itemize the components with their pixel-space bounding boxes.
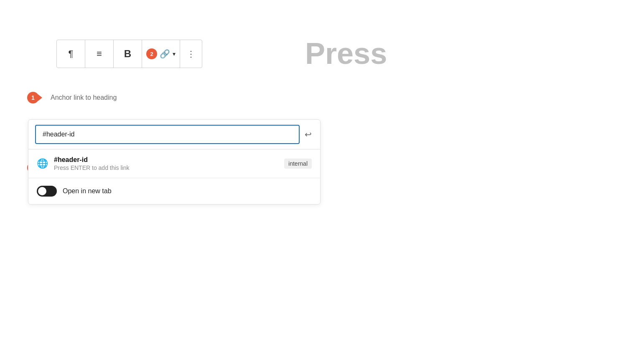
more-icon: ⋮ [187, 49, 196, 59]
new-tab-toggle[interactable] [37, 186, 57, 197]
toolbar: ¶ ≡ B 2 🔗 ▾ ⋮ [56, 40, 202, 68]
page-container: ¶ ≡ B 2 🔗 ▾ ⋮ Press 1 Anchor link to hea… [0, 0, 644, 346]
url-input[interactable] [35, 125, 300, 144]
link-badge: 2 [146, 48, 157, 59]
suggestion-title: #header-id [54, 156, 278, 164]
more-options-button[interactable]: ⋮ [180, 40, 202, 68]
new-tab-label: Open in new tab [63, 187, 112, 195]
toggle-row: Open in new tab [28, 178, 320, 204]
toggle-thumb [38, 187, 46, 195]
align-icon: ≡ [97, 48, 102, 59]
bold-icon: B [124, 48, 131, 60]
url-panel: ↩ 🌐 #header-id Press ENTER to add this l… [28, 119, 321, 205]
step1-badge: 1 [27, 92, 39, 104]
link-icon: 🔗 [160, 49, 170, 59]
step1-text: Anchor link to heading [51, 94, 117, 101]
suggestion-row[interactable]: 🌐 #header-id Press ENTER to add this lin… [28, 149, 320, 178]
globe-icon: 🌐 [37, 158, 48, 169]
link-group[interactable]: 2 🔗 ▾ [142, 40, 180, 68]
paragraph-button[interactable]: ¶ [57, 40, 85, 68]
suggestion-text: #header-id Press ENTER to add this link [54, 156, 278, 171]
internal-badge: internal [284, 159, 312, 169]
bold-button[interactable]: B [114, 40, 142, 68]
chevron-down-icon: ▾ [173, 51, 176, 57]
align-button[interactable]: ≡ [85, 40, 114, 68]
step1-label: 1 Anchor link to heading [27, 92, 117, 104]
url-input-row: ↩ [28, 120, 320, 149]
enter-icon[interactable]: ↩ [303, 128, 313, 141]
suggestion-subtitle: Press ENTER to add this link [54, 164, 278, 171]
paragraph-icon: ¶ [69, 48, 74, 59]
press-heading: Press [305, 38, 387, 68]
